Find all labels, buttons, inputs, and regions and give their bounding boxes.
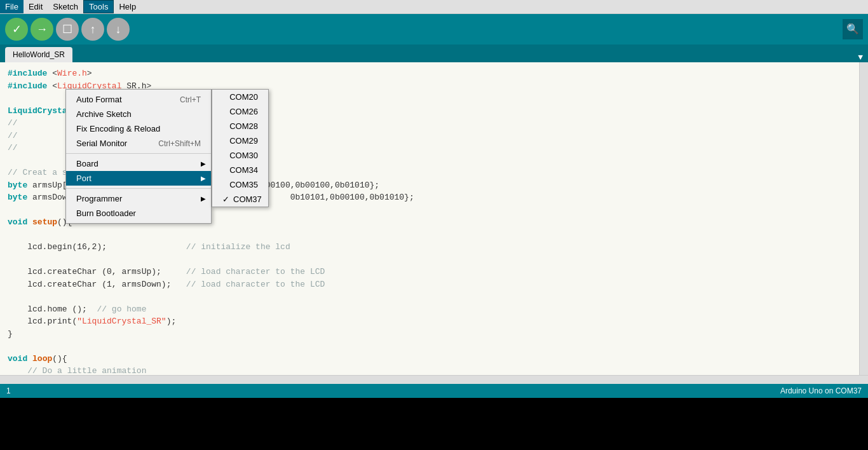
- port-com35[interactable]: COM35: [212, 177, 268, 192]
- open-button[interactable]: ↑: [81, 18, 104, 41]
- menu-port[interactable]: Port: [66, 171, 211, 186]
- port-com37[interactable]: ✓ COM37: [212, 192, 268, 207]
- status-bar: 1 Arduino Uno on COM37: [0, 384, 868, 398]
- vertical-scrollbar[interactable]: [859, 62, 868, 375]
- editor-tab[interactable]: HelloWorld_SR: [5, 47, 72, 62]
- port-com29[interactable]: COM29: [212, 133, 268, 148]
- new-button[interactable]: ☐: [56, 18, 79, 41]
- tab-dropdown[interactable]: ▼: [858, 53, 863, 62]
- horizontal-scrollbar[interactable]: [0, 375, 868, 384]
- port-com26[interactable]: COM26: [212, 104, 268, 119]
- status-left: 1: [6, 386, 11, 395]
- port-com28[interactable]: COM28: [212, 119, 268, 133]
- menu-programmer[interactable]: Programmer: [66, 191, 211, 206]
- verify-button[interactable]: ✓: [5, 18, 28, 41]
- port-com30[interactable]: COM30: [212, 148, 268, 163]
- port-submenu: COM20 COM26 COM28 COM29 COM30 COM34 COM3…: [212, 89, 269, 207]
- upload-button[interactable]: →: [31, 18, 53, 41]
- tabbar: HelloWorld_SR ▼: [0, 44, 868, 62]
- toolbar: ✓ → ☐ ↑ ↓ 🔍: [0, 14, 868, 44]
- menu-burn-bootloader[interactable]: Burn Bootloader: [66, 206, 211, 221]
- menu-board[interactable]: Board: [66, 156, 211, 171]
- port-com20[interactable]: COM20: [212, 90, 268, 104]
- output-area: [0, 398, 868, 450]
- menu-fix-encoding[interactable]: Fix Encoding & Reload: [66, 121, 211, 136]
- menu-auto-format[interactable]: Auto Format Ctrl+T: [66, 92, 211, 107]
- status-right: Arduino Uno on COM37: [780, 386, 862, 395]
- save-button[interactable]: ↓: [107, 18, 130, 41]
- menu-archive-sketch[interactable]: Archive Sketch: [66, 107, 211, 121]
- menu-sketch[interactable]: Sketch: [48, 0, 83, 13]
- tab-name: HelloWorld_SR: [13, 50, 65, 59]
- menu-serial-monitor[interactable]: Serial Monitor Ctrl+Shift+M: [66, 136, 211, 151]
- tools-menu: Auto Format Ctrl+T Archive Sketch Fix En…: [65, 89, 212, 224]
- port-com34[interactable]: COM34: [212, 163, 268, 177]
- menu-tools[interactable]: Tools: [83, 0, 114, 13]
- menu-edit[interactable]: Edit: [24, 0, 48, 13]
- menu-help[interactable]: Help: [114, 0, 141, 13]
- menubar: File Edit Sketch Tools Help: [0, 0, 868, 14]
- menu-file[interactable]: File: [0, 0, 24, 13]
- search-icon[interactable]: 🔍: [843, 19, 863, 39]
